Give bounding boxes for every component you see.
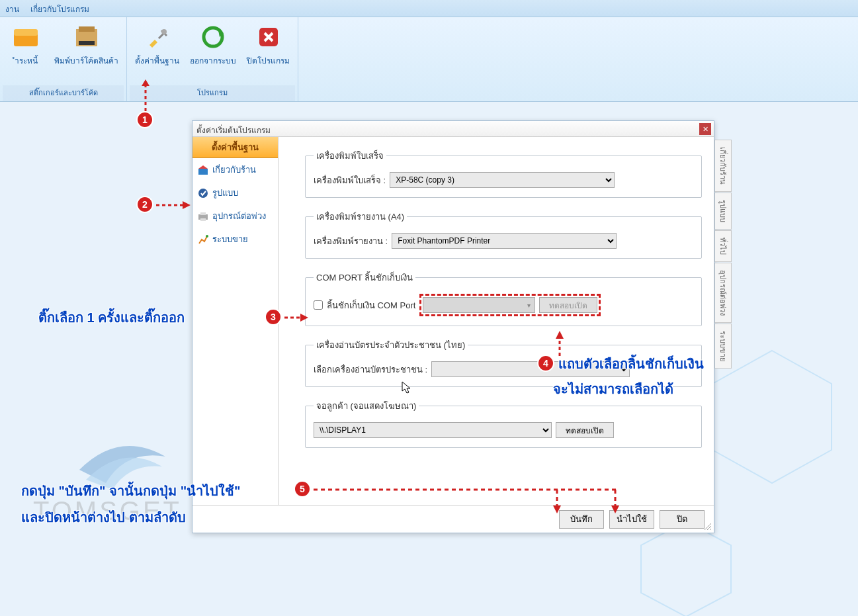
ribbon-group-sticker-label: สติ๊กเกอร์และบาร์โค้ด [3, 85, 124, 101]
vtab-general[interactable]: ทั่วไป [714, 230, 732, 262]
ribbon-logout-button[interactable]: ออกจากระบบ [185, 20, 241, 85]
vtab-peripherals[interactable]: อุปกรณ์ต่อพ่วง [714, 263, 732, 323]
report-printer-legend: เครื่องพิมพ์รายงาน (A4) [314, 210, 407, 224]
annotation-text-4b: จะไม่สามารถเลือกได้ [553, 378, 673, 400]
sidebar-item-about-shop[interactable]: เกี่ยวกับร้าน [193, 158, 278, 181]
report-printer-group: เครื่องพิมพ์รายงาน (A4) เครื่องพิมพ์รายง… [305, 210, 702, 259]
annotation-arrow-5 [312, 484, 630, 516]
svg-rect-10 [198, 169, 208, 175]
cashdrawer-checkbox[interactable] [314, 300, 323, 310]
dialog-titlebar: ตั้งค่าเริ่มต้นโปรแกรม ✕ [193, 121, 714, 137]
close-button[interactable]: ปิด [660, 510, 705, 529]
svg-point-8 [204, 28, 222, 46]
annotation-number-1: 1 [136, 111, 153, 128]
sidebar-item-sales[interactable]: ระบบขาย [193, 228, 278, 251]
svg-marker-0 [712, 351, 832, 483]
display-test-button[interactable]: ทดสอบเปิด [556, 422, 614, 438]
printer-icon [198, 211, 208, 222]
menubar: งาน เกี่ยวกับโปรแกรม [0, 0, 858, 17]
vtab-format[interactable]: รูปแบบ [714, 193, 732, 230]
annotation-text-4a: แถบตัวเลือกลิ้นชักเก็บเงิน [558, 353, 704, 374]
idcard-label: เลือกเครื่องอ่านบัตรประชาชน : [314, 363, 427, 376]
shop-icon [198, 165, 208, 175]
sidebar-item-peripherals[interactable]: อุปกรณ์ต่อพ่วง [193, 204, 278, 228]
menu-item-about[interactable]: เกี่ยวกับโปรแกรม [30, 5, 89, 14]
ribbon-close-button[interactable]: ปิดโปรแกรม [241, 20, 295, 85]
right-tabs: เกี่ยวกับร้าน รูปแบบ ทั่วไป อุปกรณ์ต่อพ่… [714, 140, 730, 369]
customer-display-group: จอลูกค้า (จอแสดงโฆษณา) \\.\DISPLAY1 ทดสอ… [305, 399, 702, 448]
close-app-icon [255, 24, 282, 50]
report-printer-label: เครื่องพิมพ์รายงาน : [314, 234, 388, 248]
ribbon-settings-button[interactable]: ตั้งค่าพื้นฐาน [130, 20, 185, 85]
ribbon-barcode-button[interactable]: พิมพ์บาร์โค้ดสินค้า [49, 20, 124, 85]
cashdrawer-label: ลิ้นชักเก็บเงิน COM Port [327, 298, 415, 312]
comport-legend: COM PORT ลิ้นชักเก็บเงิน [314, 271, 415, 285]
svg-point-7 [161, 29, 167, 34]
ribbon-toolbar: ำระหนี้ พิมพ์บาร์โค้ดสินค้า สติ๊กเกอร์แล… [0, 17, 858, 102]
svg-rect-13 [200, 212, 206, 215]
cashdrawer-test-button: ทดสอบเปิด [539, 297, 597, 313]
comport-group: COM PORT ลิ้นชักเก็บเงิน ลิ้นชักเก็บเงิน… [305, 271, 702, 326]
annotation-number-2: 2 [136, 196, 153, 213]
svg-rect-3 [14, 29, 38, 36]
dialog-title-text: ตั้งค่าเริ่มต้นโปรแกรม [196, 126, 271, 135]
annotation-text-5a: กดปุ่ม "บันทึก" จานั้นกดปุ่ม "นำไปใช้" [21, 480, 241, 502]
cashdrawer-port-select [423, 297, 535, 313]
vtab-sales[interactable]: ระบบขาย [714, 324, 732, 369]
annotation-arrow-2 [155, 200, 192, 210]
sales-icon [198, 234, 208, 245]
annotation-arrow-3 [283, 312, 310, 323]
receipt-printer-legend: เครื่องพิมพ์ใบเสร็จ [314, 149, 386, 163]
svg-rect-5 [79, 41, 95, 45]
annotation-number-4: 4 [537, 355, 554, 372]
box-barcode-icon [73, 24, 100, 50]
resize-grip-icon[interactable] [703, 522, 712, 531]
settings-dialog: ตั้งค่าเริ่มต้นโปรแกรม ✕ ตั้งค่าพื้นฐาน … [192, 120, 714, 533]
tools-icon [144, 24, 171, 50]
customer-display-select[interactable]: \\.\DISPLAY1 [314, 422, 552, 438]
ribbon-debt-button[interactable]: ำระหนี้ [3, 20, 49, 85]
annotation-text-3: ติ๊กเลือก 1 ครั้งและติ๊กออก [38, 307, 185, 328]
sidebar-item-format[interactable]: รูปแบบ [193, 181, 278, 204]
cursor-icon [401, 380, 413, 395]
svg-point-15 [206, 235, 208, 238]
receipt-printer-select[interactable]: XP-58C (copy 3) [390, 172, 615, 188]
receipt-printer-label: เครื่องพิมพ์ใบเสร็จ : [314, 173, 386, 187]
format-icon [198, 188, 208, 198]
dialog-content: เครื่องพิมพ์ใบเสร็จ เครื่องพิมพ์ใบเสร็จ … [279, 137, 714, 505]
menu-item-work[interactable]: งาน [5, 5, 19, 14]
dialog-close-button[interactable]: ✕ [699, 123, 711, 135]
svg-rect-14 [200, 218, 206, 221]
svg-marker-1 [641, 521, 731, 616]
idcard-legend: เครื่องอ่านบัตรประจำตัวประชาชน (ไทย) [314, 338, 468, 352]
receipt-printer-group: เครื่องพิมพ์ใบเสร็จ เครื่องพิมพ์ใบเสร็จ … [305, 149, 702, 198]
sidebar-header: ตั้งค่าพื้นฐาน [193, 137, 278, 158]
annotation-number-3: 3 [265, 308, 282, 326]
svg-point-11 [198, 189, 208, 198]
vtab-about-shop[interactable]: เกี่ยวกับร้าน [714, 140, 732, 192]
ribbon-group-program-label: โปรแกรม [130, 85, 295, 101]
wallet-icon [13, 24, 39, 50]
annotation-number-5: 5 [294, 480, 311, 498]
report-printer-select[interactable]: Foxit PhantomPDF Printer [392, 233, 617, 249]
customer-display-legend: จอลูกค้า (จอแสดงโฆษณา) [314, 399, 419, 413]
cashdrawer-highlight: ทดสอบเปิด [419, 294, 601, 316]
refresh-icon [200, 24, 226, 50]
annotation-text-5b: และปิดหน้าต่างไป ตามลำดับ [21, 507, 186, 528]
svg-rect-6 [79, 26, 95, 32]
